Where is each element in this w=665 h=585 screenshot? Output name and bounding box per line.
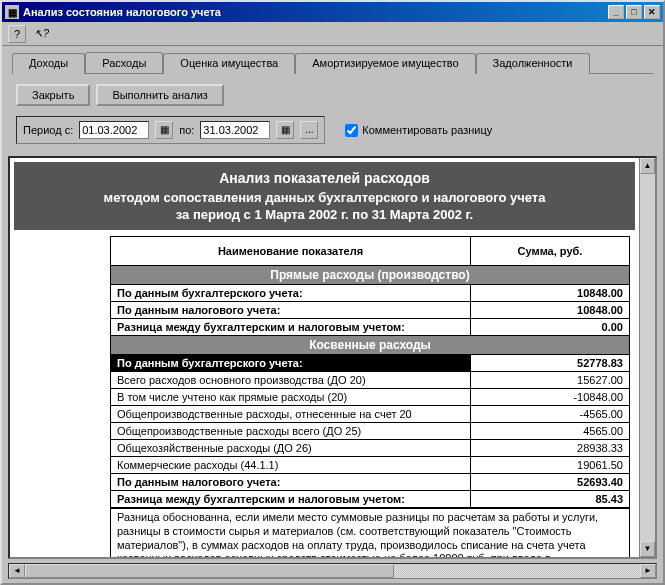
- close-window-button[interactable]: ✕: [644, 5, 660, 19]
- report-subtitle: методом сопоставления данных бухгалтерск…: [22, 190, 627, 205]
- row-r2-label: В том числе учтено как прямые расходы (2…: [111, 389, 471, 406]
- scroll-right-icon[interactable]: ►: [640, 564, 656, 578]
- minimize-button[interactable]: _: [608, 5, 624, 19]
- tab-amortized[interactable]: Амортизируемое имущество: [295, 53, 475, 74]
- row-r4-label: Общепроизводственные расходы всего (ДО 2…: [111, 423, 471, 440]
- col-header-name: Наименование показателя: [111, 237, 471, 266]
- row-r6-label: Коммерческие расходы (44.1.1): [111, 457, 471, 474]
- tab-expenses[interactable]: Расходы: [85, 52, 163, 73]
- maximize-button[interactable]: □: [626, 5, 642, 19]
- row-diff1-val: 0.00: [471, 319, 630, 336]
- row-acc2-val: 52778.83: [471, 355, 630, 372]
- hscroll-track[interactable]: [25, 564, 640, 578]
- close-button[interactable]: Закрыть: [16, 84, 90, 106]
- app-window: ▦ Анализ состояния налогового учета _ □ …: [0, 0, 665, 585]
- report-period: за период с 1 Марта 2002 г. по 31 Марта …: [22, 207, 627, 222]
- row-r1-val: 15627.00: [471, 372, 630, 389]
- scroll-down-icon[interactable]: ▼: [640, 541, 655, 557]
- row-r3-label: Общепроизводственные расходы, отнесенные…: [111, 406, 471, 423]
- row-diff2-val: 85.43: [471, 491, 630, 508]
- app-icon: ▦: [5, 5, 19, 19]
- scroll-up-icon[interactable]: ▲: [640, 158, 655, 174]
- comment-diff-input[interactable]: [345, 124, 358, 137]
- period-row: Период с: ▦ по: ▦ ... Комментировать раз…: [16, 116, 649, 144]
- tab-property[interactable]: Оценка имущества: [163, 53, 295, 74]
- report-content: Анализ показателей расходов методом сопо…: [10, 158, 639, 557]
- row-r4-val: 4565.00: [471, 423, 630, 440]
- scroll-left-icon[interactable]: ◄: [9, 564, 25, 578]
- row-diff1-label: Разница между бухгалтерским и налоговым …: [111, 319, 471, 336]
- titlebar: ▦ Анализ состояния налогового учета _ □ …: [2, 2, 663, 22]
- report-table: Наименование показателя Сумма, руб. Прям…: [110, 236, 630, 508]
- whatsthis-icon[interactable]: ↖?: [34, 27, 49, 40]
- period-to-label: по:: [179, 124, 194, 136]
- row-r6-val: 19061.50: [471, 457, 630, 474]
- row-tax1-label: По данным налогового учета:: [111, 302, 471, 319]
- row-acc2-label[interactable]: По данным бухгалтерского учета:: [111, 355, 471, 372]
- run-analysis-button[interactable]: Выполнить анализ: [96, 84, 223, 106]
- row-acc1-val: 10848.00: [471, 285, 630, 302]
- section-indirect: Косвенные расходы: [111, 336, 630, 355]
- row-r2-val: -10848.00: [471, 389, 630, 406]
- button-row: Закрыть Выполнить анализ: [16, 84, 649, 106]
- row-r3-val: -4565.00: [471, 406, 630, 423]
- row-diff2-label: Разница между бухгалтерским и налоговым …: [111, 491, 471, 508]
- horizontal-scrollbar[interactable]: ◄ ►: [8, 563, 657, 579]
- period-from-label: Период с:: [23, 124, 73, 136]
- report-note: Разница обоснованна, если имели место су…: [110, 508, 630, 557]
- comment-diff-checkbox[interactable]: Комментировать разницу: [345, 124, 492, 137]
- tab-row: Доходы Расходы Оценка имущества Амортизи…: [12, 52, 653, 74]
- row-tax1-val: 10848.00: [471, 302, 630, 319]
- period-picker-button[interactable]: ...: [300, 121, 318, 139]
- calendar-from-icon[interactable]: ▦: [155, 121, 173, 139]
- tab-income[interactable]: Доходы: [12, 53, 85, 74]
- row-tax2-label: По данным налогового учета:: [111, 474, 471, 491]
- report-title: Анализ показателей расходов: [22, 170, 627, 186]
- window-title: Анализ состояния налогового учета: [23, 6, 221, 18]
- row-r5-label: Общехозяйственные расходы (ДО 26): [111, 440, 471, 457]
- row-acc1-label: По данным бухгалтерского учета:: [111, 285, 471, 302]
- scroll-track[interactable]: [640, 174, 655, 541]
- period-box: Период с: ▦ по: ▦ ...: [16, 116, 325, 144]
- report-area: Анализ показателей расходов методом сопо…: [8, 156, 657, 559]
- row-r1-label: Всего расходов основного производства (Д…: [111, 372, 471, 389]
- comment-diff-label: Комментировать разницу: [362, 124, 492, 136]
- hscroll-thumb[interactable]: [25, 564, 394, 578]
- vertical-scrollbar[interactable]: ▲ ▼: [639, 158, 655, 557]
- col-header-sum: Сумма, руб.: [471, 237, 630, 266]
- help-icon[interactable]: ?: [8, 25, 26, 43]
- report-header: Анализ показателей расходов методом сопо…: [14, 162, 635, 230]
- calendar-to-icon[interactable]: ▦: [276, 121, 294, 139]
- section-direct: Прямые расходы (производство): [111, 266, 630, 285]
- period-to-input[interactable]: [200, 121, 270, 139]
- period-from-input[interactable]: [79, 121, 149, 139]
- toolbar: ? ↖?: [2, 22, 663, 46]
- row-tax2-val: 52693.40: [471, 474, 630, 491]
- row-r5-val: 28938.33: [471, 440, 630, 457]
- tab-debts[interactable]: Задолженности: [476, 53, 590, 74]
